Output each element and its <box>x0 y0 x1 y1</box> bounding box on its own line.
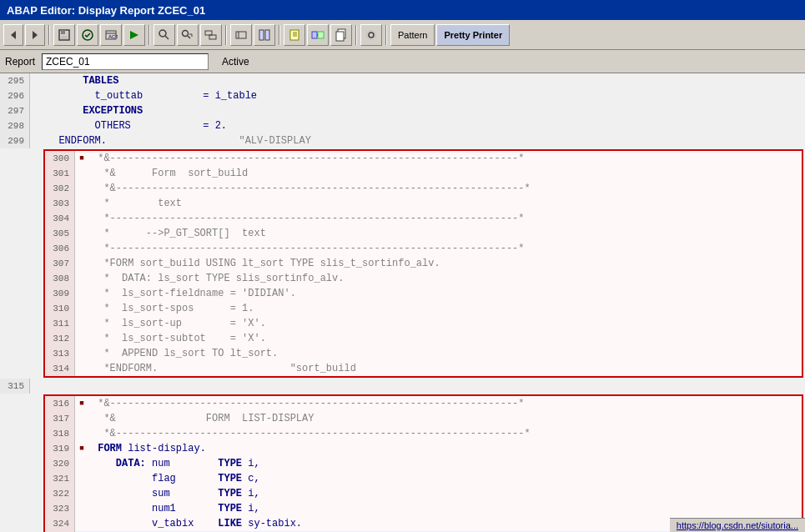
line-content[interactable]: OTHERS = 2. <box>43 118 805 133</box>
fold-indicator[interactable] <box>75 166 88 181</box>
fold-indicator[interactable] <box>75 196 88 211</box>
report-input[interactable] <box>42 53 209 70</box>
line-number: 322 <box>45 486 75 501</box>
line-content[interactable]: *ENDFORM. "sort_build <box>88 361 802 376</box>
book-button[interactable] <box>284 24 305 46</box>
line-number: 315 <box>0 379 30 394</box>
line-content[interactable]: *& FORM LIST-DISPLAY <box>88 411 802 426</box>
separator-2 <box>148 25 150 45</box>
line-content[interactable]: flag TYPE c, <box>88 471 802 486</box>
fold-indicator[interactable] <box>75 346 88 361</box>
table-row: 306 *-----------------------------------… <box>45 241 802 256</box>
line-content[interactable]: FORM list-display. <box>88 441 802 456</box>
fold-indicator[interactable] <box>75 426 88 441</box>
fold-indicator[interactable] <box>75 516 88 531</box>
highlight-block-1: 300 ■ *&--------------------------------… <box>43 149 803 378</box>
code-scroll[interactable]: 295 TABLES 296 t_outtab = i_table 297 EX… <box>0 73 805 532</box>
svg-rect-3 <box>61 30 65 34</box>
find-next-button[interactable] <box>177 24 199 46</box>
fold-indicator[interactable]: ■ <box>75 441 88 456</box>
fold-indicator[interactable] <box>75 181 88 196</box>
line-number: 302 <box>45 181 75 196</box>
line-content[interactable]: *FORM sort_build USING lt_sort TYPE slis… <box>88 256 802 271</box>
test-button[interactable] <box>123 24 145 46</box>
line-number: 295 <box>0 73 30 88</box>
fold-indicator[interactable] <box>30 118 43 133</box>
fold-indicator[interactable] <box>75 471 88 486</box>
settings-button[interactable] <box>360 24 382 46</box>
line-content[interactable]: *&--------------------------------------… <box>88 181 802 196</box>
fold-indicator[interactable] <box>75 501 88 516</box>
line-content[interactable]: ENDFORM. "ALV-DISPLAY <box>43 133 805 148</box>
line-content[interactable]: *&--------------------------------------… <box>88 426 802 441</box>
table-row: 299 ENDFORM. "ALV-DISPLAY <box>0 133 805 148</box>
activate-button[interactable]: ACT <box>100 24 122 46</box>
fold-indicator[interactable] <box>75 411 88 426</box>
line-content[interactable]: *---------------------------------------… <box>88 211 802 226</box>
separator-1 <box>48 25 50 45</box>
line-content[interactable] <box>43 379 805 394</box>
line-content[interactable]: num1 TYPE i, <box>88 501 802 516</box>
fold-indicator[interactable] <box>75 361 88 376</box>
line-number: 321 <box>45 471 75 486</box>
line-number: 317 <box>45 411 75 426</box>
line-content[interactable]: EXCEPTIONS <box>43 103 805 118</box>
check-button[interactable] <box>77 24 98 46</box>
fold-indicator[interactable] <box>30 73 43 88</box>
fold-indicator[interactable]: ■ <box>75 396 88 411</box>
fold-indicator[interactable] <box>75 226 88 241</box>
fold-indicator[interactable] <box>75 211 88 226</box>
copy-button[interactable] <box>330 24 352 46</box>
line-content[interactable]: *---------------------------------------… <box>88 241 802 256</box>
line-content[interactable]: TABLES <box>43 73 805 88</box>
line-number: 298 <box>0 118 30 133</box>
line-content[interactable]: * DATA: ls_sort TYPE slis_sortinfo_alv. <box>88 271 802 286</box>
svg-line-13 <box>188 36 190 38</box>
line-content[interactable]: * ls_sort-subtot = 'X'. <box>88 331 802 346</box>
fold-indicator[interactable] <box>75 456 88 471</box>
line-content[interactable]: sum TYPE i, <box>88 486 802 501</box>
fold-indicator[interactable] <box>75 331 88 346</box>
line-content[interactable]: * text <box>88 196 802 211</box>
module-button[interactable] <box>307 24 329 46</box>
fold-indicator[interactable]: ■ <box>75 151 88 166</box>
svg-rect-18 <box>259 30 264 40</box>
line-content[interactable]: DATA: num TYPE i, <box>88 456 802 471</box>
line-content[interactable]: * ls_sort-up = 'X'. <box>88 316 802 331</box>
goto-button[interactable] <box>230 24 252 46</box>
fold-indicator[interactable] <box>30 379 43 394</box>
forward-button[interactable] <box>25 24 45 46</box>
fold-indicator[interactable] <box>75 316 88 331</box>
fold-indicator[interactable] <box>30 103 43 118</box>
table-row: 315 <box>0 379 805 394</box>
table-row: 308 * DATA: ls_sort TYPE slis_sortinfo_a… <box>45 271 802 286</box>
fold-indicator[interactable] <box>30 133 43 148</box>
back-button[interactable] <box>3 24 23 46</box>
fold-indicator[interactable] <box>75 486 88 501</box>
fold-indicator[interactable] <box>75 241 88 256</box>
save-button[interactable] <box>53 24 75 46</box>
line-content[interactable]: * ls_sort-spos = 1. <box>88 301 802 316</box>
fold-indicator[interactable] <box>75 286 88 301</box>
line-content[interactable]: *&--------------------------------------… <box>88 396 802 411</box>
line-content[interactable]: * APPEND ls_sort TO lt_sort. <box>88 346 802 361</box>
line-content[interactable]: * -->P_GT_SORT[] text <box>88 226 802 241</box>
line-content[interactable]: *&--------------------------------------… <box>88 151 802 166</box>
line-content[interactable]: *& Form sort_build <box>88 166 802 181</box>
replace-button[interactable] <box>200 24 222 46</box>
fold-indicator[interactable] <box>75 271 88 286</box>
line-content[interactable]: t_outtab = i_table <box>43 88 805 103</box>
find-button[interactable] <box>153 24 175 46</box>
fold-indicator[interactable] <box>75 256 88 271</box>
match-button[interactable] <box>254 24 275 46</box>
fold-indicator[interactable] <box>75 301 88 316</box>
pretty-printer-button[interactable]: Pretty Printer <box>436 24 510 46</box>
line-number: 300 <box>45 151 75 166</box>
table-row: 301 *& Form sort_build <box>45 166 802 181</box>
line-content[interactable]: * ls_sort-fieldname = 'DIDIAN'. <box>88 286 802 301</box>
status-bar[interactable]: https://blog.csdn.net/siutoria... <box>670 518 805 532</box>
line-number: 319 <box>45 441 75 456</box>
pattern-button[interactable]: Pattern <box>390 24 435 46</box>
svg-point-10 <box>159 30 166 37</box>
fold-indicator[interactable] <box>30 88 43 103</box>
